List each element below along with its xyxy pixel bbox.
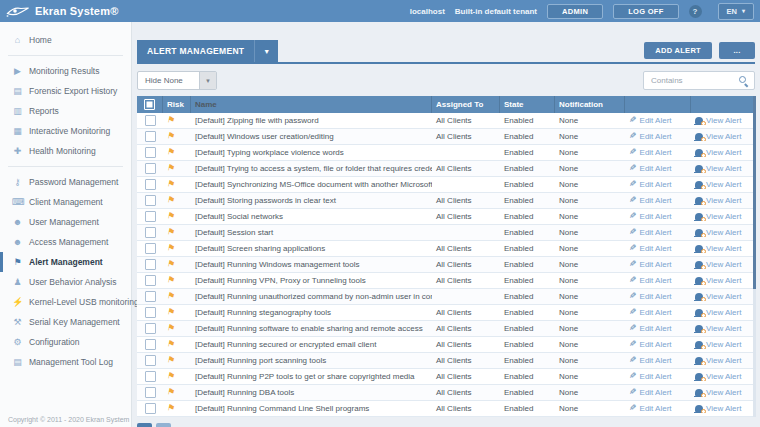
admin-button[interactable]: ADMIN <box>547 4 603 19</box>
view-alert-link[interactable]: View Alert <box>695 116 751 125</box>
column-header-notification[interactable]: Notification <box>555 96 625 113</box>
sidebar-item-user-behavior-analysis[interactable]: ♟User Behavior Analysis <box>0 272 131 292</box>
edit-alert-link[interactable]: ✎Edit Alert <box>629 260 687 269</box>
edit-alert-link[interactable]: ✎Edit Alert <box>629 132 687 141</box>
language-selector[interactable]: EN ▾ <box>718 3 754 20</box>
view-alert-link[interactable]: View Alert <box>695 196 751 205</box>
edit-alert-link[interactable]: ✎Edit Alert <box>629 308 687 317</box>
alert-management-tab[interactable]: ALERT MANAGEMENT ▼ <box>137 40 278 62</box>
sidebar-item-user-management[interactable]: ☻User Management <box>0 212 131 232</box>
view-alert-link[interactable]: View Alert <box>695 324 751 333</box>
more-actions-button[interactable]: ... <box>719 42 755 59</box>
row-checkbox[interactable] <box>145 387 156 398</box>
sidebar-item-interactive-monitoring[interactable]: ▦Interactive Monitoring <box>0 121 131 141</box>
edit-alert-link[interactable]: ✎Edit Alert <box>629 180 687 189</box>
row-checkbox[interactable] <box>145 163 156 174</box>
edit-alert-link[interactable]: ✎Edit Alert <box>629 372 687 381</box>
view-alert-link[interactable]: View Alert <box>695 388 751 397</box>
view-alert-link[interactable]: View Alert <box>695 132 751 141</box>
logoff-button[interactable]: LOG OFF <box>613 4 678 19</box>
row-checkbox[interactable] <box>145 147 156 158</box>
view-alert-link[interactable]: View Alert <box>695 340 751 349</box>
row-checkbox[interactable] <box>145 179 156 190</box>
chevron-down-icon[interactable]: ▼ <box>254 40 278 62</box>
view-alert-link[interactable]: View Alert <box>695 292 751 301</box>
edit-alert-link[interactable]: ✎Edit Alert <box>629 116 687 125</box>
view-alert-link[interactable]: View Alert <box>695 356 751 365</box>
edit-alert-link[interactable]: ✎Edit Alert <box>629 292 687 301</box>
table-row: ⚑[Default] Running secured or encrypted … <box>137 337 755 353</box>
view-alert-link[interactable]: View Alert <box>695 212 751 221</box>
row-checkbox[interactable] <box>145 115 156 126</box>
sidebar-item-alert-management[interactable]: ⚑Alert Management <box>0 252 131 272</box>
state-value: Enabled <box>500 164 555 173</box>
row-checkbox[interactable] <box>145 195 156 206</box>
sidebar-item-management-tool-log[interactable]: ▤Management Tool Log <box>0 352 131 372</box>
row-checkbox[interactable] <box>145 323 156 334</box>
sidebar-item-serial-key-management[interactable]: ⚒Serial Key Management <box>0 312 131 332</box>
view-alert-link[interactable]: View Alert <box>695 372 751 381</box>
page-number-2[interactable]: 2 <box>156 423 171 427</box>
search-icon[interactable] <box>738 75 749 86</box>
sidebar-item-home[interactable]: ⌂Home <box>0 30 131 50</box>
column-header-name[interactable]: Name <box>191 96 432 113</box>
edit-alert-link[interactable]: ✎Edit Alert <box>629 244 687 253</box>
sidebar-item-monitoring-results[interactable]: ▶Monitoring Results <box>0 61 131 81</box>
row-checkbox[interactable] <box>145 131 156 142</box>
sidebar-item-reports[interactable]: ▥Reports <box>0 101 131 121</box>
view-alert-label: View Alert <box>706 116 741 125</box>
table-scrollbar[interactable] <box>753 96 756 417</box>
edit-alert-link[interactable]: ✎Edit Alert <box>629 164 687 173</box>
hide-filter-select[interactable]: Hide None ▼ <box>137 71 217 90</box>
view-alert-link[interactable]: View Alert <box>695 308 751 317</box>
edit-alert-cell: ✎Edit Alert <box>625 260 691 269</box>
chevron-down-icon[interactable]: ▼ <box>199 72 216 89</box>
row-checkbox[interactable] <box>145 307 156 318</box>
row-checkbox[interactable] <box>145 243 156 254</box>
view-alert-link[interactable]: View Alert <box>695 180 751 189</box>
column-header-state[interactable]: State <box>500 96 555 113</box>
edit-alert-link[interactable]: ✎Edit Alert <box>629 340 687 349</box>
row-checkbox[interactable] <box>145 403 156 414</box>
row-checkbox[interactable] <box>145 291 156 302</box>
sidebar-item-forensic-export-history[interactable]: ▤Forensic Export History <box>0 81 131 101</box>
view-alert-link[interactable]: View Alert <box>695 164 751 173</box>
edit-alert-link[interactable]: ✎Edit Alert <box>629 276 687 285</box>
edit-alert-link[interactable]: ✎Edit Alert <box>629 404 687 413</box>
edit-alert-link[interactable]: ✎Edit Alert <box>629 212 687 221</box>
row-checkbox[interactable] <box>145 227 156 238</box>
view-alert-link[interactable]: View Alert <box>695 244 751 253</box>
edit-alert-link[interactable]: ✎Edit Alert <box>629 324 687 333</box>
sidebar-item-health-monitoring[interactable]: ✚Health Monitoring <box>0 141 131 161</box>
row-checkbox[interactable] <box>145 371 156 382</box>
edit-alert-label: Edit Alert <box>640 292 672 301</box>
view-alert-link[interactable]: View Alert <box>695 276 751 285</box>
view-alert-link[interactable]: View Alert <box>695 228 751 237</box>
sidebar-item-configuration[interactable]: ⚙Configuration <box>0 332 131 352</box>
row-checkbox[interactable] <box>145 259 156 270</box>
edit-alert-link[interactable]: ✎Edit Alert <box>629 228 687 237</box>
row-checkbox[interactable] <box>145 211 156 222</box>
select-all-checkbox[interactable] <box>144 99 155 110</box>
view-alert-cell: View Alert <box>691 228 755 237</box>
edit-alert-link[interactable]: ✎Edit Alert <box>629 196 687 205</box>
page-number-1[interactable]: 1 <box>137 423 152 427</box>
row-checkbox[interactable] <box>145 355 156 366</box>
sidebar-item-password-management[interactable]: ⚷Password Management <box>0 172 131 192</box>
view-alert-link[interactable]: View Alert <box>695 260 751 269</box>
edit-alert-link[interactable]: ✎Edit Alert <box>629 148 687 157</box>
view-alert-link[interactable]: View Alert <box>695 404 751 413</box>
edit-alert-link[interactable]: ✎Edit Alert <box>629 356 687 365</box>
edit-alert-link[interactable]: ✎Edit Alert <box>629 388 687 397</box>
view-alert-link[interactable]: View Alert <box>695 148 751 157</box>
row-checkbox[interactable] <box>145 339 156 350</box>
help-icon[interactable]: ? <box>689 5 702 18</box>
sidebar-item-kernel-level-usb-monitoring[interactable]: ⚡Kernel-Level USB monitoring <box>0 292 131 312</box>
sidebar-item-access-management[interactable]: ☻Access Management <box>0 232 131 252</box>
column-header-risk[interactable]: Risk <box>163 96 191 113</box>
column-header-assigned-to[interactable]: Assigned To <box>432 96 500 113</box>
row-checkbox[interactable] <box>145 275 156 286</box>
search-input[interactable] <box>649 75 738 86</box>
sidebar-item-client-management[interactable]: ⌨Client Management <box>0 192 131 212</box>
add-alert-button[interactable]: ADD ALERT <box>644 42 712 59</box>
